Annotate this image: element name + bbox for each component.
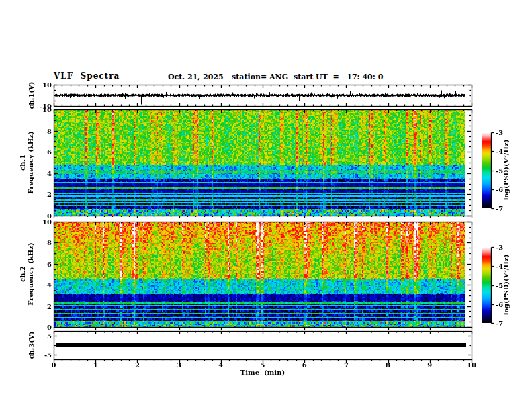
ch2-freq-units-label: Frequency (kHz) <box>27 242 35 305</box>
ch2-freq-tick-label: 10 <box>42 218 52 226</box>
colorbar1-psd-label: log(PSD)(V²/Hz) <box>502 140 510 201</box>
ch1-freq-axis-label: ch.1 Frequency (kHz) <box>19 131 35 193</box>
time-tick-label: 2 <box>135 361 140 369</box>
psd-tick-label: -3 <box>496 129 503 136</box>
psd-tick-label: -5 <box>496 167 503 174</box>
ch3-volt-tick-label: 5 <box>47 332 52 340</box>
time-tick-label: 9 <box>427 361 432 369</box>
ch1-label: ch.1 <box>19 131 27 193</box>
ch2-freq-tick-label: 8 <box>47 239 52 246</box>
axes-frame-canvas <box>0 0 532 411</box>
time-tick-label: 3 <box>177 361 181 369</box>
time-tick-label: 10 <box>467 361 476 369</box>
ch2-freq-axis-label: ch.2 Frequency (kHz) <box>19 242 35 305</box>
ch1-volt-axis-label: ch.1(V) <box>28 81 35 109</box>
time-tick-label: 8 <box>386 361 390 369</box>
vlf-spectra-figure: VLF Spectra Oct. 21, 2025 station= ANG s… <box>0 0 532 411</box>
ch1-freq-tick-label: 10 <box>42 106 52 113</box>
ch2-freq-tick-label: 2 <box>47 302 52 310</box>
psd-tick-label: -4 <box>496 263 503 270</box>
psd-tick-label: -4 <box>496 148 503 155</box>
psd-tick-label: -7 <box>496 320 503 327</box>
psd-tick-label: -6 <box>496 185 503 193</box>
ch3-volt-axis-label: ch.3(V) <box>28 331 35 359</box>
ch1-volt-tick-label: 10 <box>42 81 52 89</box>
ch1-freq-units-label: Frequency (kHz) <box>27 131 35 193</box>
ch2-freq-tick-label: 4 <box>47 281 52 289</box>
psd-tick-label: -3 <box>496 244 503 251</box>
time-tick-label: 1 <box>93 361 98 369</box>
ch3-volt-tick-label: -5 <box>44 351 52 359</box>
time-tick-label: 7 <box>344 361 349 369</box>
psd-tick-label: -7 <box>496 205 503 212</box>
time-axis-label: Time (min) <box>240 369 285 376</box>
time-tick-label: 0 <box>52 361 56 369</box>
ch1-freq-tick-label: 8 <box>47 127 52 134</box>
psd-tick-label: -6 <box>496 300 503 308</box>
colorbar2-psd-label: log(PSD)(V²/Hz) <box>502 255 510 316</box>
time-tick-label: 6 <box>302 361 307 369</box>
psd-tick-label: -5 <box>496 281 503 289</box>
ch2-freq-tick-label: 6 <box>47 260 52 267</box>
ch1-freq-tick-label: 2 <box>47 191 52 198</box>
ch2-freq-tick-label: 0 <box>47 324 52 331</box>
ch1-freq-tick-label: 6 <box>47 148 52 156</box>
time-tick-label: 4 <box>218 361 223 369</box>
time-tick-label: 5 <box>261 361 265 369</box>
ch2-label: ch.2 <box>19 242 27 305</box>
ch1-freq-tick-label: 4 <box>47 169 52 177</box>
